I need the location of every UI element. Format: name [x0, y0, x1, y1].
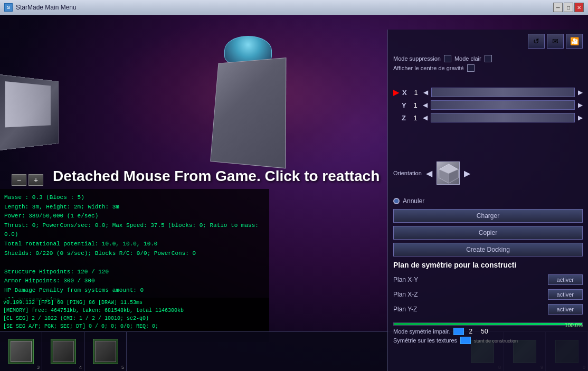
stat-structure: Structure Hitpoints: 120 / 120 — [4, 268, 265, 277]
toolbar-item-4[interactable]: 4 — [42, 332, 84, 371]
toolbar-num-3: 3 — [37, 365, 40, 370]
title-bar[interactable]: S StarMade Main Menu ─ □ ✕ — [0, 0, 588, 15]
y-coord-row: Y 1 ◀ ▶ — [393, 100, 583, 110]
left-ship-panel — [0, 74, 59, 151]
orientation-label: Orientation — [393, 170, 422, 176]
toolbar-item-3[interactable]: 3 — [0, 332, 42, 371]
y-decrease-button[interactable]: ◀ — [423, 101, 428, 109]
mode-suppression-row: Mode suppression Mode clair — [393, 55, 583, 62]
stat-blank — [4, 258, 265, 268]
mode-sym-value1: 2 — [469, 328, 473, 335]
window-title: StarMade Main Menu — [16, 4, 550, 11]
stat-thrust: Thrust: 0; PowerCons/sec: 0.0; Max Speed… — [4, 221, 265, 240]
copier-button[interactable]: Copier — [393, 226, 583, 240]
afficher-centre-row: Afficher le centre de gravité — [393, 64, 583, 72]
afficher-centre-label: Afficher le centre de gravité — [393, 65, 464, 71]
camera-icon[interactable]: 🎦 — [566, 34, 583, 49]
ship-detail — [5, 81, 51, 127]
status-memory: [MEMORY] free: 464751kb, taken: 681548kb… — [3, 307, 266, 315]
x-slider[interactable] — [431, 88, 575, 97]
mode-sym-row: Mode symétrie impair. 2 50 — [393, 328, 583, 335]
plan-yz-row: Plan Y-Z activer — [393, 304, 583, 315]
pm-buttons-container: − + — [12, 174, 43, 186]
progress-bar-container — [393, 322, 583, 326]
sym-textures-label: Symétrie sur les textures — [393, 337, 457, 344]
x-coord-row: ▶ X 1 ◀ ▶ — [393, 88, 583, 97]
stat-hp-damage: HP Damage Penalty from systems amount: 0 — [4, 286, 265, 296]
block-icon-4 — [51, 339, 76, 364]
refresh-icon[interactable]: ↺ — [528, 34, 545, 49]
x-label: X — [402, 89, 409, 97]
minimize-button[interactable]: ─ — [553, 3, 563, 12]
mode-suppression-checkbox[interactable] — [444, 55, 451, 62]
ship-body — [210, 58, 286, 168]
charger-button[interactable]: Charger — [393, 209, 583, 223]
y-slider[interactable] — [431, 100, 575, 110]
stat-rotation: Total rotational potential: 10.0, 10.0, … — [4, 240, 265, 249]
stat-masse: Masse : 0.3 (Blocs : 5) — [4, 193, 265, 203]
action-buttons: Charger Copier Create Docking — [393, 209, 583, 260]
minus-button[interactable]: − — [12, 174, 26, 186]
symmetry-section: Plan de symétrie pour la constructi Plan… — [393, 261, 583, 319]
top-icons-row: ↺ ✉ 🎦 — [528, 34, 583, 49]
toolbar-num-5: 5 — [121, 365, 124, 370]
z-label: Z — [402, 114, 408, 122]
status-fps: v0.199.132 [FPS] 60 [PING] 86 [DRAW] 11.… — [3, 299, 266, 307]
y-value: 1 — [411, 101, 420, 109]
orientation-row: Orientation ◀ ▶ — [393, 161, 583, 185]
mode-clair-checkbox[interactable] — [485, 55, 492, 62]
status-bar: v0.199.132 [FPS] 60 [PING] 86 [DRAW] 11.… — [0, 298, 269, 331]
annuler-label[interactable]: Annuler — [403, 197, 424, 205]
x-arrow-icon: ▶ — [393, 88, 399, 97]
mode-clair-label: Mode clair — [454, 55, 481, 62]
x-value: 1 — [412, 89, 420, 97]
mail-icon[interactable]: ✉ — [547, 34, 564, 49]
plan-xz-button[interactable]: activer — [548, 289, 583, 300]
z-coord-row: Z 1 ◀ ▶ — [393, 113, 583, 122]
sym-textures-row: Symétrie sur les textures stant de const… — [393, 337, 583, 344]
stat-armor: Armor Hitpoints: 300 / 300 — [4, 277, 265, 286]
y-increase-button[interactable]: ▶ — [578, 101, 583, 109]
plan-yz-button[interactable]: activer — [548, 304, 583, 315]
stat-power: Power: 389/50,000 (1 e/sec) — [4, 212, 265, 221]
plan-yz-label: Plan Y-Z — [393, 306, 430, 313]
create-docking-button[interactable]: Create Docking — [393, 243, 583, 256]
game-viewport[interactable]: Detached Mouse From Game. Click to reatt… — [0, 15, 588, 371]
afficher-centre-checkbox[interactable] — [467, 64, 475, 72]
block-icon-3 — [8, 339, 34, 364]
mode-controls: Mode suppression Mode clair Afficher le … — [393, 55, 583, 74]
toolbar-item-5[interactable]: 5 — [84, 332, 127, 371]
z-increase-button[interactable]: ▶ — [578, 114, 583, 121]
maximize-button[interactable]: □ — [564, 3, 573, 12]
symmetry-title: Plan de symétrie pour la constructi — [393, 261, 583, 269]
sym-textures-toggle[interactable] — [460, 337, 471, 344]
x-decrease-button[interactable]: ◀ — [423, 89, 428, 96]
z-slider[interactable] — [431, 113, 575, 122]
orientation-cube[interactable] — [437, 161, 460, 185]
close-button[interactable]: ✕ — [574, 3, 584, 12]
progress-fill — [394, 323, 582, 325]
stat-shields: Shields: 0/220 (0 s/sec); Blocks R/C: 0/… — [4, 249, 265, 259]
plan-xy-button[interactable]: activer — [548, 274, 583, 285]
detached-message[interactable]: Detached Mouse From Game. Click to reatt… — [53, 168, 369, 185]
right-panel: ↺ ✉ 🎦 Mode suppression Mode clair Affich… — [387, 30, 588, 371]
status-se-seg: [SE SEG A/F; PGK; SEC; DT] 0 / 0; 0; 0/0… — [3, 322, 266, 330]
mode-sym-label: Mode symétrie impair. — [393, 328, 450, 335]
mode-sym-toggle[interactable] — [453, 328, 464, 335]
orientation-left-button[interactable]: ◀ — [426, 168, 432, 178]
annuler-radio[interactable] — [393, 198, 400, 204]
app-icon: S — [4, 3, 13, 12]
mode-suppression-label: Mode suppression — [393, 55, 441, 62]
plus-button[interactable]: + — [29, 174, 43, 186]
stat-dimensions: Length: 3m, Height: 2m; Width: 3m — [4, 203, 265, 212]
z-decrease-button[interactable]: ◀ — [423, 114, 428, 121]
ship-3d-object — [195, 31, 301, 178]
x-increase-button[interactable]: ▶ — [578, 89, 583, 96]
window-controls[interactable]: ─ □ ✕ — [553, 3, 584, 12]
mode-sym-value2: 50 — [481, 328, 488, 335]
plan-xy-label: Plan X-Y — [393, 276, 430, 283]
plan-xy-row: Plan X-Y activer — [393, 274, 583, 285]
plan-xz-label: Plan X-Z — [393, 291, 430, 298]
orientation-right-button[interactable]: ▶ — [464, 168, 470, 178]
toolbar-num-4: 4 — [79, 365, 82, 370]
